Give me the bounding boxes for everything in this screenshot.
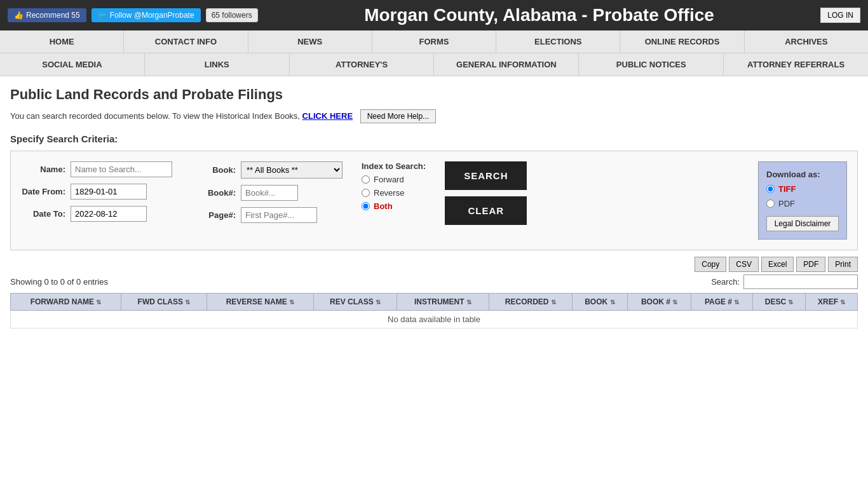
col-sort-recorded[interactable]: RECORDED ⇅ bbox=[489, 294, 572, 311]
table-controls: Copy CSV Excel PDF Print bbox=[10, 257, 858, 272]
data-table: FORWARD NAME ⇅ FWD CLASS ⇅ REVERSE NAME … bbox=[10, 293, 858, 329]
copy-button[interactable]: Copy bbox=[695, 257, 726, 272]
pdf-radio[interactable] bbox=[766, 200, 775, 208]
tiff-radio-label[interactable]: TIFF bbox=[766, 184, 839, 194]
sort-arrows-fwd-class: ⇅ bbox=[185, 299, 190, 306]
col-sort-xref[interactable]: XREF ⇅ bbox=[806, 294, 858, 311]
date-from-input[interactable] bbox=[71, 184, 147, 200]
col-sort-fwd-class[interactable]: FWD CLASS ⇅ bbox=[121, 294, 207, 311]
download-panel: Download as: TIFF PDF Legal Disclaimer bbox=[758, 161, 847, 240]
sort-arrows-fwd-name: ⇅ bbox=[96, 299, 101, 306]
col-sort-book[interactable]: BOOK ⇅ bbox=[572, 294, 627, 311]
pagenum-row: Page#: bbox=[191, 207, 342, 223]
tiff-radio[interactable] bbox=[766, 185, 775, 193]
col-instrument-label: INSTRUMENT bbox=[414, 297, 465, 306]
book-select[interactable]: ** All Books ** bbox=[241, 161, 342, 179]
print-button[interactable]: Print bbox=[828, 257, 858, 272]
nav-online-records[interactable]: ONLINE RECORDS bbox=[620, 30, 744, 53]
sort-arrows-recorded: ⇅ bbox=[551, 299, 556, 306]
col-sort-instrument[interactable]: INSTRUMENT ⇅ bbox=[397, 294, 489, 311]
specify-criteria-label: Specify Search Criteria: bbox=[10, 133, 858, 144]
both-radio[interactable] bbox=[362, 202, 370, 210]
pagenum-input[interactable] bbox=[241, 207, 317, 223]
csv-button[interactable]: CSV bbox=[729, 257, 759, 272]
nav-social-media[interactable]: SOCIAL MEDIA bbox=[0, 53, 145, 76]
date-from-row: Date From: bbox=[21, 184, 172, 200]
col-sort-rev-name[interactable]: REVERSE NAME ⇅ bbox=[207, 294, 313, 311]
search-label: Search: bbox=[711, 277, 740, 287]
book-row: Book: ** All Books ** bbox=[191, 161, 342, 179]
top-header: 👍 Recommend 55 🐦 Follow @MorganProbate 6… bbox=[0, 0, 868, 30]
reverse-radio-label[interactable]: Reverse bbox=[362, 188, 426, 198]
twitter-follow-button[interactable]: 🐦 Follow @MorganProbate bbox=[92, 8, 201, 22]
nav-row-1: HOME CONTACT INFO NEWS FORMS ELECTIONS O… bbox=[0, 30, 868, 53]
col-recorded-label: RECORDED bbox=[505, 297, 549, 306]
pdf-export-button[interactable]: PDF bbox=[796, 257, 825, 272]
search-description: You can search recorded documents below.… bbox=[10, 109, 858, 123]
col-sort-desc[interactable]: DESC ⇅ bbox=[752, 294, 805, 311]
no-data-cell: No data available in table bbox=[11, 311, 858, 329]
nav-links[interactable]: LINKS bbox=[145, 53, 290, 76]
index-col: Index to Search: Forward Reverse Both bbox=[362, 161, 426, 225]
sort-arrows-rev-name: ⇅ bbox=[289, 299, 294, 306]
booknum-row: Book#: bbox=[191, 185, 342, 201]
pdf-radio-label[interactable]: PDF bbox=[766, 199, 839, 208]
both-radio-label[interactable]: Both bbox=[362, 201, 426, 211]
nav-archives[interactable]: ARCHIVES bbox=[745, 30, 868, 53]
no-data-row: No data available in table bbox=[11, 311, 858, 329]
nav-contact-info[interactable]: CONTACT INFO bbox=[124, 30, 248, 53]
table-header-row: FORWARD NAME ⇅ FWD CLASS ⇅ REVERSE NAME … bbox=[11, 294, 858, 311]
sort-arrows-instrument: ⇅ bbox=[466, 299, 471, 306]
col-page-num-label: PAGE # bbox=[705, 297, 732, 306]
twitter-icon: 🐦 bbox=[98, 11, 107, 20]
col-sort-rev-class[interactable]: REV CLASS ⇅ bbox=[313, 294, 397, 311]
forward-radio[interactable] bbox=[362, 175, 370, 184]
excel-button[interactable]: Excel bbox=[761, 257, 794, 272]
col-rev-class-label: REV CLASS bbox=[330, 297, 374, 306]
search-form: Name: Date From: Date To: Book: ** All bbox=[21, 161, 745, 225]
col-xref-label: XREF bbox=[818, 297, 838, 306]
site-title: Morgan County, Alabama - Probate Office bbox=[258, 5, 821, 25]
nav-public-notices[interactable]: PUBLIC NOTICES bbox=[579, 53, 724, 76]
col-fwd-name-label: FORWARD NAME bbox=[31, 297, 94, 306]
nav-attorneys[interactable]: ATTORNEY'S bbox=[290, 53, 435, 76]
facebook-recommend-button[interactable]: 👍 Recommend 55 bbox=[8, 8, 86, 22]
nav-home[interactable]: HOME bbox=[0, 30, 124, 53]
nav-news[interactable]: NEWS bbox=[248, 30, 372, 53]
clear-button[interactable]: CLEAR bbox=[445, 196, 527, 225]
sort-arrows-desc: ⇅ bbox=[788, 299, 793, 306]
navigation: HOME CONTACT INFO NEWS FORMS ELECTIONS O… bbox=[0, 30, 868, 76]
book-label: Book: bbox=[191, 165, 236, 175]
date-from-label: Date From: bbox=[21, 187, 65, 196]
legal-disclaimer-button[interactable]: Legal Disclaimer bbox=[766, 216, 839, 231]
nav-general-info[interactable]: GENERAL INFORMATION bbox=[434, 53, 579, 76]
main-content: Public Land Records and Probate Filings … bbox=[0, 76, 868, 339]
col-desc-label: DESC bbox=[765, 297, 786, 306]
index-label: Index to Search: bbox=[362, 161, 426, 171]
search-button[interactable]: SEARCH bbox=[445, 161, 527, 190]
click-here-link[interactable]: CLICK HERE bbox=[302, 111, 353, 121]
entries-info: Showing 0 to 0 of 0 entries bbox=[10, 277, 108, 287]
col-fwd-class-label: FWD CLASS bbox=[138, 297, 183, 306]
col-book-label: BOOK bbox=[585, 297, 607, 306]
nav-row-2: SOCIAL MEDIA LINKS ATTORNEY'S GENERAL IN… bbox=[0, 53, 868, 76]
forward-radio-label[interactable]: Forward bbox=[362, 175, 426, 184]
col-sort-fwd-name[interactable]: FORWARD NAME ⇅ bbox=[11, 294, 121, 311]
col-sort-book-num[interactable]: BOOK # ⇅ bbox=[627, 294, 691, 311]
nav-elections[interactable]: ELECTIONS bbox=[496, 30, 620, 53]
nav-forms[interactable]: FORMS bbox=[372, 30, 496, 53]
search-actions: SEARCH CLEAR bbox=[445, 161, 527, 225]
col-book-num-label: BOOK # bbox=[641, 297, 670, 306]
table-search-input[interactable] bbox=[743, 274, 858, 289]
date-to-input[interactable] bbox=[71, 206, 147, 222]
reverse-radio[interactable] bbox=[362, 189, 370, 197]
login-button[interactable]: LOG IN bbox=[820, 8, 860, 23]
col-sort-page-num[interactable]: PAGE # ⇅ bbox=[691, 294, 753, 311]
nav-attorney-referrals[interactable]: ATTORNEY REFERRALS bbox=[724, 53, 868, 76]
sort-arrows-xref: ⇅ bbox=[840, 299, 845, 306]
need-more-help-button[interactable]: Need More Help... bbox=[360, 109, 436, 123]
followers-badge: 65 followers bbox=[206, 8, 258, 22]
page-title: Public Land Records and Probate Filings bbox=[10, 86, 858, 103]
name-input[interactable] bbox=[71, 161, 172, 177]
booknum-input[interactable] bbox=[241, 185, 298, 201]
